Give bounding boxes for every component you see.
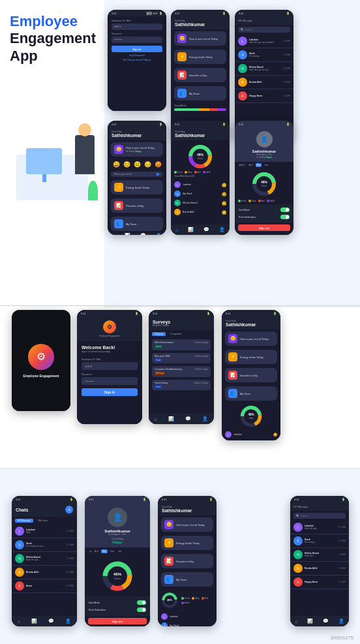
- nav-chat-mood[interactable]: 💬: [140, 233, 146, 235]
- login-forgot-link[interactable]: Forgot Password?: [112, 54, 162, 57]
- login-input-empid[interactable]: Z8674: [112, 23, 162, 30]
- mood-team-card[interactable]: 👥 My Team: [111, 217, 163, 231]
- hr2-search-box[interactable]: 🔍 Search: [293, 513, 346, 519]
- mood-card[interactable]: 😊 How is your mood Today I'm feeling Hap…: [111, 142, 163, 157]
- chat-item-lakshmi[interactable]: L Lakshmi Hey!! 1:01 AM: [12, 525, 77, 538]
- survey-item-1[interactable]: Ends in 4 days New year 2020 Team: [152, 353, 211, 364]
- nav-chat-surveys[interactable]: 💬: [185, 416, 191, 422]
- chats-tab-hr[interactable]: HR Manager: [15, 519, 33, 523]
- sign-out-button[interactable]: Sign out: [238, 224, 290, 231]
- nav-home-surveys[interactable]: ⌂: [155, 417, 157, 422]
- nav-chat-chats[interactable]: 💬: [48, 619, 54, 624]
- login-signin-button[interactable]: Sign In: [112, 46, 162, 52]
- chat-item-anna[interactable]: A Anna 1:01 AM: [12, 579, 77, 593]
- nav-profile-chats[interactable]: 👤: [65, 619, 71, 624]
- nav-profile-surveys[interactable]: 👤: [202, 416, 208, 422]
- dash3-card-describe[interactable]: 📝 Describe a Day: [161, 554, 213, 568]
- survey-item-3[interactable]: Ends in 10 days Team Outing Team: [152, 380, 211, 391]
- login-input-password[interactable]: ••••••••••: [112, 37, 162, 43]
- survey-item-2[interactable]: Ends in 5 days Company 23rd Anniversary …: [152, 366, 211, 377]
- graph-signout-button[interactable]: Sign out: [88, 618, 147, 624]
- nav-home-chats[interactable]: ⌂: [18, 619, 20, 624]
- month-tab-june[interactable]: June: [263, 163, 270, 167]
- dash2-card-describe[interactable]: 📝 Describe a Day: [225, 368, 277, 382]
- hr2-list-item-3[interactable]: B Bonita Adhi 1:01 AM: [290, 562, 349, 575]
- nav-chart-surveys[interactable]: 📊: [168, 416, 174, 422]
- dash3-card-team[interactable]: 👥 My Team: [161, 572, 213, 587]
- hr-search-box[interactable]: 🔍 Search: [238, 27, 290, 33]
- tab-completed[interactable]: Completed: [168, 332, 184, 336]
- dash-card-energy[interactable]: ⚡ Energy levels Today: [174, 50, 226, 64]
- graph-tab-july[interactable]: July: [117, 549, 123, 553]
- chat-item-niloha[interactable]: N Niloha Daniel Hey!! did i get... 1:01 …: [12, 552, 77, 566]
- team-member-adhi[interactable]: B Bonita Adhi 😔: [171, 207, 230, 217]
- share-mood-input[interactable]: Share your mood ▶: [111, 172, 163, 177]
- svg-text:48%: 48%: [113, 571, 122, 575]
- month-tab-april[interactable]: April: [248, 163, 254, 167]
- push-notif-toggle[interactable]: [280, 215, 290, 219]
- chats-tab-team[interactable]: My Team: [36, 519, 50, 523]
- emoji-happy[interactable]: 😊: [123, 161, 130, 168]
- emoji-angry[interactable]: 😡: [155, 161, 162, 168]
- dash2-member-stark[interactable]: S Ilija Stark 😄: [222, 439, 280, 440]
- chat-item-bonita[interactable]: B Bonita Adhi 1:01 AM: [12, 566, 77, 579]
- chats-add-button[interactable]: +: [65, 506, 73, 514]
- graph-push-notif-toggle[interactable]: [137, 607, 146, 612]
- dash-card-team[interactable]: 👥 My Team: [174, 86, 226, 100]
- dash3-member-stark[interactable]: S Ilija Stark: [158, 621, 217, 626]
- dash2-card-mood[interactable]: 😊 How is your mood Today: [225, 331, 277, 346]
- share-mood-send-icon[interactable]: ▶: [157, 172, 160, 177]
- dash2-member-lakshmi[interactable]: L Lakshmi 😊: [222, 430, 280, 439]
- chat-info-stark: Stark I'm coming, are you...: [26, 542, 65, 547]
- hr-list-item-0[interactable]: L Lakshmi Hey!! did i get my certificate…: [235, 35, 293, 48]
- dash3-member-lakshmi[interactable]: L Lakshmi: [158, 612, 217, 621]
- welcome-input-empid[interactable]: Z8674: [82, 362, 138, 370]
- welcome-input-pwd[interactable]: ••••••••••: [82, 377, 138, 385]
- mood-energy-card[interactable]: ⚡ Energy levels Today: [111, 180, 163, 194]
- nav-chart-chats[interactable]: 📊: [31, 619, 37, 624]
- dash2-card-energy[interactable]: ⚡ Energy levels Today: [225, 350, 277, 364]
- nav-chart-team[interactable]: 📊: [188, 227, 194, 232]
- month-tab-back[interactable]: ◀ Back: [237, 163, 247, 167]
- graph-tab-april[interactable]: April: [93, 549, 100, 553]
- hr2-list-item-4[interactable]: A Happy Anna 1:01 AM: [290, 575, 349, 589]
- hr-list-item-4[interactable]: A Happy Anna 1:01 AM: [235, 89, 293, 103]
- chat-item-stark[interactable]: S Stark I'm coming, are you... 1:01 AM: [12, 538, 77, 552]
- dash-card-describe[interactable]: 📝 Describe a Day: [174, 68, 226, 82]
- dash3-card-mood[interactable]: 😊 How is your mood Today: [161, 517, 213, 532]
- month-tab-may[interactable]: May: [256, 163, 262, 167]
- graph-tab-june[interactable]: June: [109, 549, 116, 553]
- hr2-list-item-2[interactable]: N Niloha Daniel Hey!! did i... 1:01 AM: [290, 548, 349, 562]
- hr-list-item-3[interactable]: B Bonita Adhi 1:01 AM: [235, 76, 293, 89]
- survey-item-0[interactable]: Ends in 4 days Work Environment Great: [152, 339, 211, 350]
- login-signup-link[interactable]: Sign up: [144, 59, 151, 61]
- nav-chat-hr2[interactable]: 💬: [323, 619, 329, 624]
- nav-profile-hr2[interactable]: 👤: [338, 619, 344, 624]
- nav-chat-team[interactable]: 💬: [203, 227, 209, 232]
- emoji-great[interactable]: 😄: [113, 161, 120, 168]
- hr-list-item-2[interactable]: N Niloha Daniel Hey!! did i get my cert.…: [235, 62, 293, 76]
- graph-dark-mode-toggle[interactable]: [137, 600, 146, 605]
- emoji-neutral[interactable]: 😐: [134, 161, 141, 168]
- welcome-signin-button[interactable]: Sign In: [82, 388, 138, 396]
- nav-home-team[interactable]: ⌂: [175, 228, 178, 232]
- hr-list-item-1[interactable]: S Stark I'm coming... 1:01 AM: [235, 48, 293, 62]
- emoji-sad[interactable]: 😔: [144, 161, 151, 168]
- dash2-card-team[interactable]: 👥 My Team: [225, 386, 277, 401]
- nav-chart-hr2[interactable]: 📊: [307, 619, 313, 624]
- graph-tab-may[interactable]: May: [101, 549, 108, 553]
- hr2-list-item-0[interactable]: L Lakshmi Hey!! did i get... 1:01 AM: [290, 521, 349, 534]
- team-member-daniel[interactable]: N Nilosha Daniel 😐: [171, 198, 230, 207]
- nav-home-hr2[interactable]: ⌂: [295, 619, 297, 624]
- dash3-card-energy[interactable]: ⚡ Energy levels Today: [161, 536, 213, 550]
- dark-mode-toggle[interactable]: [280, 207, 290, 212]
- nav-profile-team[interactable]: 👤: [219, 227, 225, 232]
- graph-tab-back[interactable]: ◀: [88, 549, 92, 553]
- hr2-list-item-1[interactable]: S Stark I'm coming... 1:01 AM: [290, 534, 349, 548]
- team-member-lakshmi[interactable]: L Lakshmi 😊: [171, 180, 230, 189]
- dash-card-mood[interactable]: 😊 How is your mood Today: [174, 31, 226, 46]
- mood-describe-card[interactable]: 📝 Describe a Day: [111, 198, 163, 213]
- nav-chart-mood[interactable]: 📊: [125, 233, 130, 235]
- tab-ongoing[interactable]: Ongoing: [152, 332, 166, 336]
- team-member-stark[interactable]: S Ilija Stark 😄: [171, 189, 230, 198]
